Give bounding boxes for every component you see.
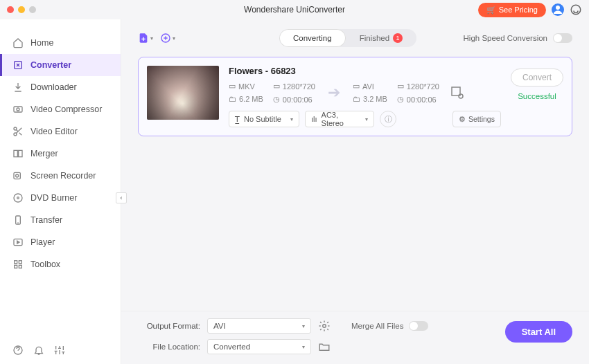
output-format-select[interactable]: AVI▾ bbox=[207, 318, 311, 334]
file-location-select[interactable]: Converted▾ bbox=[207, 339, 311, 354]
settings-icon[interactable] bbox=[54, 345, 65, 356]
merge-icon bbox=[12, 148, 24, 159]
video-icon: ▭ bbox=[353, 82, 360, 91]
minimize-window[interactable] bbox=[18, 6, 25, 13]
folder-icon: 🗀 bbox=[229, 95, 236, 103]
task-settings-button[interactable]: ⚙Settings bbox=[452, 111, 501, 127]
resolution-icon: ▭ bbox=[397, 82, 404, 91]
chevron-down-icon: ▾ bbox=[290, 116, 293, 122]
sidebar-item-recorder[interactable]: Screen Recorder bbox=[0, 165, 121, 187]
task-title: Flowers - 66823 bbox=[229, 66, 501, 76]
src-resolution: 1280*720 bbox=[283, 82, 315, 91]
download-icon bbox=[12, 82, 24, 93]
sidebar-item-toolbox[interactable]: Toolbox bbox=[0, 253, 121, 275]
start-all-button[interactable]: Start All bbox=[505, 321, 572, 343]
video-icon: ▭ bbox=[229, 82, 236, 91]
sidebar-item-label: Screen Recorder bbox=[30, 171, 96, 181]
convert-button[interactable]: Convert bbox=[511, 69, 563, 87]
svg-rect-9 bbox=[14, 172, 20, 179]
svg-point-12 bbox=[17, 197, 19, 199]
sidebar-item-label: Toolbox bbox=[30, 260, 60, 269]
sidebar-item-label: Player bbox=[30, 237, 55, 247]
sidebar: Home Converter Downloader Video Compress… bbox=[0, 19, 121, 364]
add-file-button[interactable]: ▾ bbox=[138, 30, 153, 46]
tab-converting[interactable]: Converting bbox=[279, 29, 346, 47]
home-icon bbox=[12, 37, 24, 48]
sidebar-item-home[interactable]: Home bbox=[0, 32, 121, 54]
output-format-label: Output Format: bbox=[138, 322, 200, 330]
subtitle-icon: T̲ bbox=[235, 115, 240, 124]
resolution-icon: ▭ bbox=[273, 82, 280, 91]
bell-icon[interactable] bbox=[33, 345, 44, 356]
chevron-down-icon: ▾ bbox=[365, 116, 368, 122]
svg-rect-18 bbox=[19, 265, 21, 268]
sidebar-item-player[interactable]: Player bbox=[0, 231, 121, 253]
hs-conversion-label: High Speed Conversion bbox=[464, 34, 547, 42]
sidebar-item-downloader[interactable]: Downloader bbox=[0, 76, 121, 98]
see-pricing-button[interactable]: 🛒 See Pricing bbox=[478, 3, 546, 17]
audio-dropdown[interactable]: ılıAC3, Stereo▾ bbox=[305, 111, 374, 127]
svg-rect-17 bbox=[15, 265, 17, 268]
video-thumbnail[interactable] bbox=[147, 66, 219, 120]
src-format: MKV bbox=[238, 82, 255, 91]
merge-toggle[interactable] bbox=[409, 321, 428, 331]
convert-label: Convert bbox=[522, 73, 552, 82]
output-format-value: AVI bbox=[213, 322, 226, 330]
settings-label: Settings bbox=[468, 115, 495, 123]
sidebar-item-editor[interactable]: Video Editor bbox=[0, 120, 121, 143]
svg-rect-16 bbox=[19, 261, 21, 264]
subtitle-dropdown[interactable]: T̲No Subtitle▾ bbox=[229, 111, 299, 127]
see-pricing-label: See Pricing bbox=[499, 6, 538, 14]
maximize-window[interactable] bbox=[29, 6, 36, 13]
dst-size: 3.2 MB bbox=[363, 95, 387, 103]
chevron-down-icon: ▾ bbox=[302, 323, 305, 329]
src-size: 6.2 MB bbox=[239, 95, 263, 103]
svg-point-4 bbox=[17, 108, 19, 111]
folder-icon: 🗀 bbox=[353, 95, 360, 103]
sidebar-item-label: Converter bbox=[30, 60, 71, 70]
add-folder-button[interactable]: ▾ bbox=[160, 30, 175, 46]
cart-icon: 🛒 bbox=[486, 6, 496, 15]
audio-value: AC3, Stereo bbox=[322, 111, 361, 127]
user-avatar[interactable] bbox=[552, 3, 564, 16]
grid-icon bbox=[12, 259, 24, 270]
output-settings-icon[interactable] bbox=[318, 320, 331, 332]
file-location-value: Converted bbox=[213, 343, 250, 351]
converter-icon bbox=[12, 60, 24, 71]
app-title: Wondershare UniConverter bbox=[244, 5, 345, 15]
task-card: Flowers - 66823 ▭MKV 🗀6.2 MB ▭1280*720 ◷… bbox=[138, 57, 572, 136]
gear-icon: ⚙ bbox=[459, 115, 466, 123]
sidebar-collapse[interactable]: ‹ bbox=[116, 192, 127, 203]
sidebar-item-dvd[interactable]: DVD Burner bbox=[0, 187, 121, 209]
sidebar-item-transfer[interactable]: Transfer bbox=[0, 209, 121, 231]
svg-rect-7 bbox=[14, 150, 17, 156]
info-button[interactable]: ⓘ bbox=[380, 111, 396, 127]
tab-label: Finished bbox=[360, 34, 389, 42]
hs-conversion-toggle[interactable] bbox=[553, 33, 572, 43]
sidebar-item-merger[interactable]: Merger bbox=[0, 143, 121, 165]
sidebar-item-converter[interactable]: Converter bbox=[0, 54, 121, 76]
sidebar-item-label: Video Compressor bbox=[30, 104, 102, 114]
arrow-right-icon: ➔ bbox=[325, 84, 343, 102]
audio-icon: ılı bbox=[311, 115, 317, 123]
svg-point-22 bbox=[459, 94, 463, 98]
sidebar-item-label: DVD Burner bbox=[30, 193, 77, 203]
close-window[interactable] bbox=[7, 6, 14, 13]
open-folder-icon[interactable] bbox=[318, 340, 331, 353]
sidebar-item-label: Downloader bbox=[30, 82, 77, 92]
svg-point-10 bbox=[16, 174, 19, 177]
record-icon bbox=[12, 170, 24, 181]
src-duration: 00:00:06 bbox=[283, 95, 313, 104]
badge-count: 1 bbox=[393, 33, 403, 43]
file-location-label: File Location: bbox=[138, 343, 200, 351]
transfer-icon bbox=[12, 215, 24, 226]
support-icon[interactable] bbox=[570, 3, 582, 16]
start-all-label: Start All bbox=[522, 327, 556, 337]
sidebar-item-compressor[interactable]: Video Compressor bbox=[0, 98, 121, 120]
help-icon[interactable] bbox=[12, 345, 24, 356]
output-settings-icon[interactable] bbox=[449, 84, 466, 101]
svg-rect-3 bbox=[14, 107, 22, 112]
tab-finished[interactable]: Finished1 bbox=[346, 29, 416, 47]
compress-icon bbox=[12, 104, 24, 115]
dst-format: AVI bbox=[362, 82, 374, 91]
